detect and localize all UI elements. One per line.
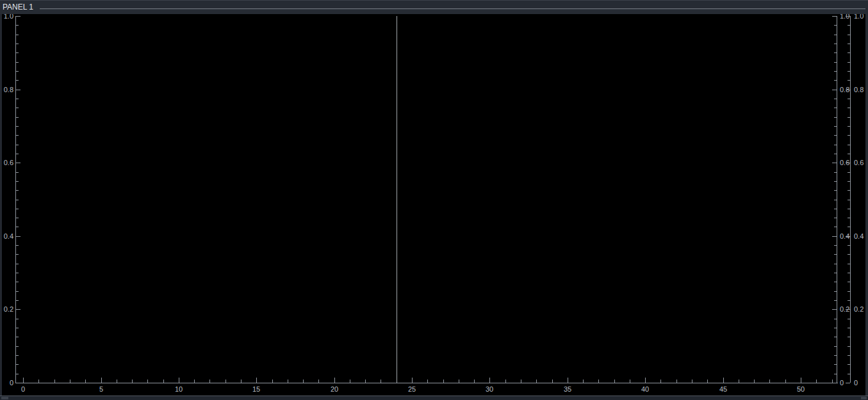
y-axis-left-major-tick bbox=[16, 90, 20, 90]
x-axis-minor-tick bbox=[427, 380, 428, 383]
y-axis-left-tick-label: 0.2 bbox=[0, 305, 13, 313]
x-axis-minor-tick bbox=[85, 380, 86, 383]
y-axis-left-minor-tick bbox=[16, 117, 19, 118]
y-axis-right1-minor-tick bbox=[834, 126, 837, 127]
y-axis-left-minor-tick bbox=[16, 145, 19, 145]
y-axis-right2-minor-tick bbox=[848, 264, 850, 264]
y-axis-right2-major-tick bbox=[846, 90, 850, 90]
x-axis-major-tick bbox=[489, 378, 490, 383]
frame-edge-left bbox=[0, 14, 2, 396]
x-axis-tick-label: 30 bbox=[486, 385, 493, 393]
y-axis-right1-minor-tick bbox=[834, 209, 837, 209]
y-axis-right1-minor-tick bbox=[834, 154, 837, 154]
y-axis-right2-minor-tick bbox=[848, 200, 850, 200]
y-axis-right1-tick-label: 0 bbox=[840, 379, 844, 387]
y-axis-right2-minor-tick bbox=[848, 227, 850, 227]
y-axis-right1-minor-tick bbox=[834, 145, 837, 145]
x-axis-line bbox=[15, 383, 838, 383]
y-axis-right2-major-tick bbox=[846, 309, 850, 310]
y-axis-right2-minor-tick bbox=[848, 337, 850, 337]
y-axis-right2-minor-tick bbox=[848, 346, 850, 347]
frame-top-highlight bbox=[0, 0, 868, 1]
y-axis-right2-minor-tick bbox=[848, 218, 850, 218]
y-axis-left-minor-tick bbox=[16, 44, 19, 44]
y-axis-right1-minor-tick bbox=[834, 374, 837, 374]
x-axis-major-tick bbox=[101, 378, 102, 383]
x-axis-tick-label: 20 bbox=[331, 385, 338, 393]
y-axis-right2-minor-tick bbox=[848, 117, 850, 118]
y-axis-right2-minor-tick bbox=[848, 145, 850, 145]
x-axis-tick-label: 40 bbox=[641, 385, 649, 393]
x-axis-major-tick bbox=[412, 378, 413, 383]
y-axis-right2-minor-tick bbox=[848, 282, 850, 282]
x-axis-minor-tick bbox=[288, 380, 288, 383]
y-axis-right1-minor-tick bbox=[834, 108, 837, 108]
y-axis-left-minor-tick bbox=[16, 346, 19, 347]
y-axis-left-tick-label: 0.8 bbox=[0, 86, 13, 93]
y-axis-left-minor-tick bbox=[16, 282, 19, 282]
y-axis-right2-minor-tick bbox=[848, 71, 850, 72]
y-axis-left-minor-tick bbox=[16, 99, 19, 99]
y-axis-right2-minor-tick bbox=[848, 135, 850, 136]
frame-corner-left bbox=[1, 397, 8, 399]
x-axis-tick-label: 35 bbox=[564, 385, 571, 393]
y-axis-left-minor-tick bbox=[16, 218, 19, 218]
x-axis-minor-tick bbox=[241, 380, 242, 383]
y-axis-left-tick-label: 0.4 bbox=[0, 232, 13, 240]
y-axis-right1-minor-tick bbox=[834, 135, 837, 136]
y-axis-right2-minor-tick bbox=[848, 44, 850, 44]
y-axis-left-minor-tick bbox=[16, 355, 19, 356]
y-axis-right2-minor-tick bbox=[848, 35, 850, 35]
x-axis-minor-tick bbox=[692, 380, 692, 383]
y-axis-left-major-tick bbox=[16, 309, 20, 310]
x-axis-tick-label: 50 bbox=[797, 385, 805, 393]
y-axis-left-major-tick bbox=[16, 163, 20, 163]
y-axis-right1-minor-tick bbox=[834, 245, 837, 246]
x-axis-minor-tick bbox=[272, 380, 273, 383]
y-axis-right2-minor-tick bbox=[848, 254, 850, 255]
x-axis-minor-tick bbox=[459, 380, 459, 383]
x-axis-minor-tick bbox=[676, 380, 677, 383]
y-axis-right1-major-tick bbox=[832, 383, 837, 383]
y-axis-right1-minor-tick bbox=[834, 364, 837, 365]
y-axis-right1-major-tick bbox=[832, 236, 837, 237]
x-axis-minor-tick bbox=[505, 380, 506, 383]
y-axis-left-minor-tick bbox=[16, 291, 19, 292]
y-axis-right2-tick-label: 0.4 bbox=[854, 232, 864, 240]
y-axis-right2-minor-tick bbox=[848, 181, 850, 182]
y-axis-left-minor-tick bbox=[16, 364, 19, 365]
x-axis-minor-tick bbox=[739, 380, 739, 383]
x-axis-minor-tick bbox=[536, 380, 537, 383]
y-axis-left-major-tick bbox=[16, 236, 20, 237]
y-axis-right1-minor-tick bbox=[834, 319, 837, 319]
x-axis-major-tick bbox=[179, 378, 179, 383]
chart-panel: 0510152025303540455000.20.40.60.81.000.2… bbox=[0, 0, 868, 400]
y-axis-right2-minor-tick bbox=[848, 52, 850, 53]
x-axis-tick-label: 15 bbox=[252, 385, 260, 393]
y-axis-left-minor-tick bbox=[16, 126, 19, 127]
y-axis-right1-minor-tick bbox=[834, 300, 837, 301]
y-axis-right2-minor-tick bbox=[848, 108, 850, 108]
y-axis-right1-minor-tick bbox=[834, 190, 837, 191]
x-axis-minor-tick bbox=[38, 380, 39, 383]
y-axis-right2-minor-tick bbox=[848, 291, 850, 292]
cursor-line[interactable] bbox=[397, 16, 397, 383]
y-axis-right1-minor-tick bbox=[834, 291, 837, 292]
y-axis-right1-minor-tick bbox=[834, 99, 837, 99]
y-axis-left-minor-tick bbox=[16, 71, 19, 72]
x-axis-minor-tick bbox=[583, 380, 584, 383]
x-axis-minor-tick bbox=[147, 380, 148, 383]
y-axis-left-minor-tick bbox=[16, 172, 19, 173]
y-axis-right1-minor-tick bbox=[834, 35, 837, 35]
y-axis-right1-minor-tick bbox=[834, 200, 837, 200]
y-axis-left-tick-label: 0 bbox=[0, 379, 13, 387]
y-axis-right1-minor-tick bbox=[834, 282, 837, 282]
y-axis-right2-major-tick bbox=[846, 163, 850, 163]
frame-edge-right bbox=[865, 14, 868, 396]
y-axis-right2-minor-tick bbox=[848, 99, 850, 99]
x-axis-major-tick bbox=[334, 378, 335, 383]
y-axis-right1-minor-tick bbox=[834, 273, 837, 273]
y-axis-right2-minor-tick bbox=[848, 328, 850, 328]
x-axis-minor-tick bbox=[816, 380, 817, 383]
x-axis-major-tick bbox=[256, 378, 257, 383]
